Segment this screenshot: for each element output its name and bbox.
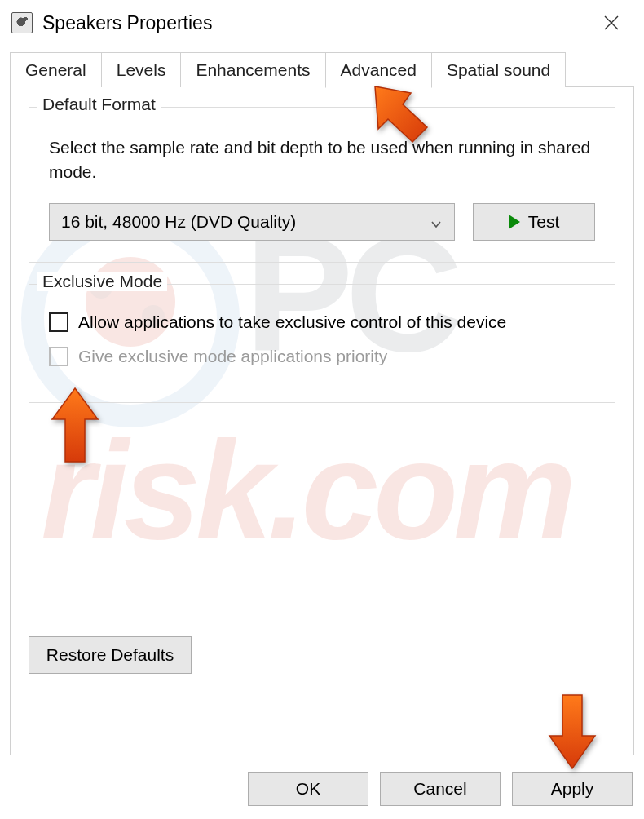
allow-exclusive-label: Allow applications to take exclusive con… xyxy=(78,312,506,332)
window-title: Speakers Properties xyxy=(42,12,590,34)
allow-exclusive-checkbox[interactable] xyxy=(49,312,68,332)
chevron-down-icon xyxy=(430,215,443,228)
dialog-button-bar: OK Cancel Apply xyxy=(248,772,633,806)
tab-advanced[interactable]: Advanced xyxy=(325,52,432,88)
tab-spatial-sound[interactable]: Spatial sound xyxy=(431,52,566,87)
tab-strip: General Levels Enhancements Advanced Spa… xyxy=(10,52,634,87)
allow-exclusive-row[interactable]: Allow applications to take exclusive con… xyxy=(49,312,595,332)
restore-defaults-label: Restore Defaults xyxy=(46,645,174,665)
tab-enhancements[interactable]: Enhancements xyxy=(180,52,325,87)
priority-label: Give exclusive mode applications priorit… xyxy=(78,347,387,366)
play-icon xyxy=(509,215,520,229)
tab-panel-advanced: Default Format Select the sample rate an… xyxy=(10,86,634,755)
ok-button[interactable]: OK xyxy=(248,772,368,806)
group-default-format: Default Format Select the sample rate an… xyxy=(29,107,615,263)
group-title-exclusive-mode: Exclusive Mode xyxy=(37,272,167,291)
tab-levels[interactable]: Levels xyxy=(101,52,182,87)
priority-checkbox xyxy=(49,347,68,366)
group-exclusive-mode: Exclusive Mode Allow applications to tak… xyxy=(29,284,615,403)
cancel-label: Cancel xyxy=(413,779,466,799)
test-button-label: Test xyxy=(528,212,560,232)
apply-label: Apply xyxy=(551,779,594,799)
close-button[interactable] xyxy=(590,7,633,39)
ok-label: OK xyxy=(296,779,320,799)
titlebar: Speakers Properties xyxy=(0,0,644,46)
tab-general[interactable]: General xyxy=(10,52,102,87)
default-format-description: Select the sample rate and bit depth to … xyxy=(49,135,595,185)
sample-rate-value: 16 bit, 48000 Hz (DVD Quality) xyxy=(61,212,296,232)
priority-row: Give exclusive mode applications priorit… xyxy=(49,347,595,366)
speaker-icon xyxy=(11,12,33,33)
group-title-default-format: Default Format xyxy=(37,95,161,114)
cancel-button[interactable]: Cancel xyxy=(380,772,501,806)
test-button[interactable]: Test xyxy=(473,203,595,241)
apply-button[interactable]: Apply xyxy=(512,772,633,806)
sample-rate-dropdown[interactable]: 16 bit, 48000 Hz (DVD Quality) xyxy=(49,203,455,241)
restore-defaults-button[interactable]: Restore Defaults xyxy=(29,636,192,674)
